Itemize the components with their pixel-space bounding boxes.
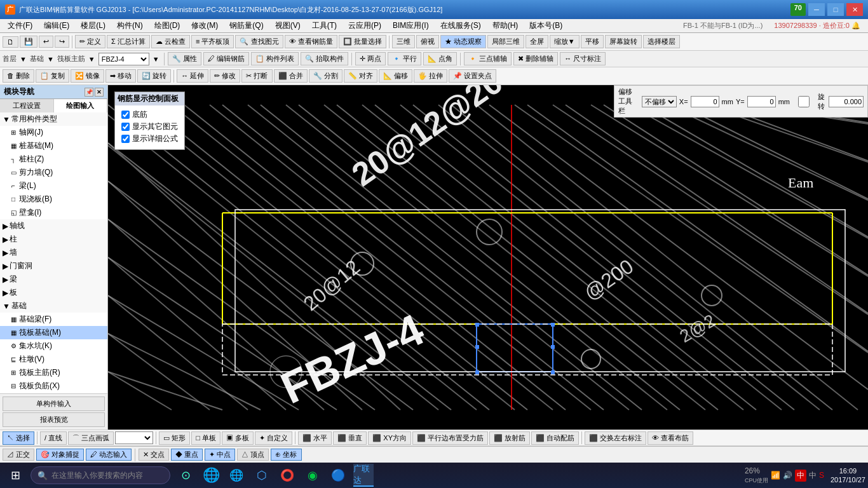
center-button[interactable]: ✦ 中点 bbox=[205, 449, 235, 461]
parallel-button[interactable]: 🔹 平行 bbox=[388, 52, 421, 65]
menu-view[interactable]: 视图(V) bbox=[270, 19, 306, 32]
tree-section-common[interactable]: ▼ 常用构件类型 bbox=[0, 112, 107, 126]
fullscreen-button[interactable]: 全屏 bbox=[526, 35, 548, 48]
break-button[interactable]: ✂ 打断 bbox=[241, 69, 272, 83]
menu-account[interactable]: FB-1 不能与FB-1 (ID为...) bbox=[678, 20, 768, 32]
cloud-check-button[interactable]: ☁ 云检查 bbox=[151, 35, 190, 48]
tree-section-wall[interactable]: ▶ 墙 bbox=[0, 246, 107, 259]
save-button[interactable]: 💾 bbox=[20, 36, 37, 48]
tab-project-settings[interactable]: 工程设置 bbox=[0, 99, 54, 112]
panel-pin-button[interactable]: 📌 bbox=[85, 88, 93, 97]
tree-section-slab[interactable]: ▶ 板 bbox=[0, 286, 107, 299]
menu-floor[interactable]: 楼层(L) bbox=[76, 19, 111, 32]
taskbar-app3[interactable]: ◉ bbox=[302, 464, 323, 487]
minimize-button[interactable]: ─ bbox=[808, 3, 825, 16]
tree-section-beam[interactable]: ▶ 梁 bbox=[0, 273, 107, 286]
menu-cloud[interactable]: 云应用(P) bbox=[343, 19, 386, 32]
tree-item-raft-foundation[interactable]: ▦ 筏板基础(M) bbox=[0, 326, 107, 339]
setclamp-button[interactable]: 📌 设置夹点 bbox=[449, 69, 496, 83]
custom-button[interactable]: ✦ 自定义 bbox=[255, 431, 292, 445]
rect-button[interactable]: ▭ 矩形 bbox=[159, 431, 190, 445]
panel-close-button[interactable]: ✕ bbox=[95, 88, 104, 97]
close-button[interactable]: ✕ bbox=[846, 3, 863, 16]
tree-item-pillar[interactable]: ┐ 桩柱(Z) bbox=[0, 152, 107, 166]
object-snap-button[interactable]: 🎯 对象捕捉 bbox=[36, 449, 84, 461]
tree-item-shear-wall[interactable]: ▭ 剪力墙(Q) bbox=[0, 166, 107, 179]
taskbar-ie[interactable]: 🌐 bbox=[226, 464, 247, 487]
modify-button[interactable]: ✏ 修改 bbox=[210, 69, 240, 83]
view-arrange-button[interactable]: 👁 查看布筋 bbox=[648, 431, 693, 445]
tree-section-opening[interactable]: ▶ 门窗洞 bbox=[0, 259, 107, 273]
menu-edit[interactable]: 编辑(E) bbox=[39, 19, 74, 32]
merge-button[interactable]: ⬛ 合并 bbox=[274, 69, 308, 83]
find-button[interactable]: 🔍 查找图元 bbox=[235, 35, 283, 48]
select-floor-button[interactable]: 选择楼层 bbox=[643, 35, 680, 48]
del-aux-button[interactable]: ✖ 删除辅轴 bbox=[513, 52, 558, 65]
menu-component[interactable]: 构件(N) bbox=[112, 19, 148, 32]
delete-button[interactable]: 🗑 删除 bbox=[3, 69, 34, 83]
arc-button[interactable]: ⌒ 三点画弧 bbox=[68, 431, 114, 445]
menu-phone[interactable]: 13907298339 · 造价豆:0 🔔 bbox=[769, 20, 865, 32]
tree-section-foundation[interactable]: ▼ 基础 bbox=[0, 299, 107, 313]
menu-draw[interactable]: 绘图(D) bbox=[149, 19, 186, 32]
dim-button[interactable]: ↔ 尺寸标注 bbox=[560, 52, 606, 65]
view-rebar-button[interactable]: 👁 查看钢筋量 bbox=[285, 35, 337, 48]
tree-item-beam[interactable]: ⌐ 梁(L) bbox=[0, 179, 107, 193]
screen-rotate-button[interactable]: 屏幕旋转 bbox=[605, 35, 642, 48]
component-list-button[interactable]: 📋 构件列表 bbox=[251, 52, 299, 65]
three-axis-button[interactable]: 🔸 三点辅轴 bbox=[464, 52, 512, 65]
menu-tools[interactable]: 工具(T) bbox=[307, 19, 342, 32]
drawing-svg[interactable]: 20@12@200 FBZJ-4 B3-3·@2@100 20@12 @200 … bbox=[108, 85, 868, 430]
rotate-input[interactable] bbox=[829, 96, 864, 107]
point-angle-button[interactable]: 📐 点角 bbox=[423, 52, 457, 65]
offset-mode-select[interactable]: 不偏移 bbox=[642, 96, 677, 107]
tree-item-raft-main-rebar[interactable]: ⊞ 筏板主筋(R) bbox=[0, 366, 107, 379]
local-3d-button[interactable]: 局部三维 bbox=[487, 35, 524, 48]
parallel-arr-button[interactable]: ⬛ 平行边布置受力筋 bbox=[412, 431, 488, 445]
3d-button[interactable]: 三维 bbox=[392, 35, 415, 48]
single-slab-button[interactable]: □ 单板 bbox=[191, 431, 220, 445]
tree-item-foundation-beam[interactable]: ▦ 基础梁(F) bbox=[0, 313, 107, 326]
taskbar-app2[interactable]: ⭕ bbox=[277, 464, 297, 487]
tree-item-sump[interactable]: ⚙ 集水坑(K) bbox=[0, 339, 107, 353]
mirror-button[interactable]: 🔀 镜像 bbox=[71, 69, 104, 83]
redo-button[interactable]: ↪ bbox=[55, 36, 69, 48]
start-button[interactable]: ⊞ bbox=[3, 464, 28, 487]
volume-icon[interactable]: 🔊 bbox=[783, 471, 792, 480]
x-input[interactable] bbox=[691, 96, 719, 107]
network-icon[interactable]: 📶 bbox=[771, 471, 780, 480]
menu-file[interactable]: 文件(F) bbox=[3, 19, 37, 32]
split-button[interactable]: 🔧 分割 bbox=[309, 69, 342, 83]
dynamic-obs-button[interactable]: ★ 动态观察 bbox=[440, 35, 486, 48]
batch-select-button[interactable]: 🔲 批量选择 bbox=[339, 35, 386, 48]
menu-version[interactable]: 版本号(B) bbox=[524, 19, 567, 32]
tree-item-raft-neg-rebar[interactable]: ⊟ 筏板负筋(X) bbox=[0, 379, 107, 393]
tree-item-pile-foundation[interactable]: ▦ 桩基础(M) bbox=[0, 139, 107, 152]
ortho-button[interactable]: ⊿ 正交 bbox=[3, 449, 34, 461]
maximize-button[interactable]: □ bbox=[827, 3, 844, 16]
taskbar-app4[interactable]: 🔵 bbox=[328, 464, 348, 487]
tree-item-cast-slab[interactable]: □ 现浇板(B) bbox=[0, 193, 107, 206]
rotate-button[interactable]: 🔄 旋转 bbox=[137, 69, 171, 83]
tab-drawing-input[interactable]: 绘图输入 bbox=[54, 99, 108, 112]
extend-button[interactable]: ↔ 延伸 bbox=[177, 69, 208, 83]
intersect-button[interactable]: ✕ 交点 bbox=[139, 449, 169, 461]
horiz-button[interactable]: ⬛ 水平 bbox=[298, 431, 332, 445]
tree-item-niche[interactable]: ◱ 壁龛(I) bbox=[0, 206, 107, 219]
rebar-code-select[interactable]: FBZJ-4 bbox=[98, 53, 149, 65]
coord-button[interactable]: ⊕ 坐标 bbox=[271, 449, 301, 461]
report-preview-button[interactable]: 报表预览 bbox=[3, 412, 105, 427]
sogou-icon[interactable]: S bbox=[819, 471, 824, 480]
tree-item-pedestal[interactable]: ⊑ 柱墩(V) bbox=[0, 353, 107, 366]
menu-help[interactable]: 帮助(H) bbox=[487, 19, 524, 32]
radial-button[interactable]: ⬛ 放射筋 bbox=[489, 431, 530, 445]
window-controls[interactable]: 70 ─ □ ✕ bbox=[790, 3, 863, 16]
extract-button[interactable]: 🔍 抬取构件 bbox=[301, 52, 348, 65]
check-bottom-rebar[interactable] bbox=[121, 111, 130, 119]
dynamic-input-button[interactable]: 🖊 动态输入 bbox=[86, 449, 132, 461]
top-view-button[interactable]: 俯视 bbox=[416, 35, 439, 48]
single-component-button[interactable]: 单构件输入 bbox=[3, 396, 105, 411]
attr-button[interactable]: 🔧 属性 bbox=[168, 52, 201, 65]
menu-modify[interactable]: 修改(M) bbox=[186, 19, 223, 32]
midpoint-button[interactable]: ◆ 重点 bbox=[171, 449, 203, 461]
